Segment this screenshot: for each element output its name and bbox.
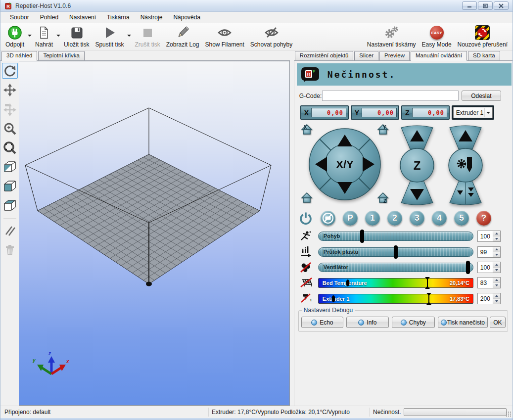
start-print-dropdown[interactable] bbox=[127, 31, 132, 41]
extruder-temp-slider[interactable]: Extruder 1 17,83°C bbox=[318, 294, 473, 304]
hide-travel-button[interactable]: Schovat pohyby bbox=[247, 24, 295, 50]
emergency-stop-button[interactable]: Nouzové přerušení bbox=[455, 24, 511, 50]
extruder-jog-control[interactable] bbox=[447, 124, 484, 206]
extruder-temp-target-marker[interactable] bbox=[428, 293, 429, 305]
preset-3-button[interactable]: 3 bbox=[410, 211, 424, 226]
tab-sd-karta[interactable]: SD karta bbox=[468, 51, 500, 60]
fan-slider-thumb[interactable] bbox=[466, 261, 470, 274]
home-y-icon: Y bbox=[376, 123, 389, 136]
viewport-3d[interactable]: y z x bbox=[19, 61, 290, 406]
save-print-button[interactable]: Uložit tisk bbox=[61, 24, 92, 50]
svg-text:Y: Y bbox=[383, 125, 386, 130]
status-divider bbox=[208, 408, 209, 417]
view-iso-button[interactable] bbox=[2, 159, 18, 175]
radio-icon bbox=[358, 320, 364, 326]
start-print-button[interactable]: Spustit tisk bbox=[92, 24, 127, 50]
gcode-input[interactable] bbox=[322, 91, 459, 101]
zoom-in-button[interactable] bbox=[2, 121, 18, 137]
speed-slider-thumb[interactable] bbox=[360, 230, 364, 243]
spinner[interactable] bbox=[493, 278, 500, 288]
disconnect-dropdown[interactable] bbox=[27, 31, 32, 41]
preset-4-button[interactable]: 4 bbox=[432, 211, 447, 226]
rotate-view-button[interactable] bbox=[2, 63, 18, 79]
svg-text:x: x bbox=[66, 359, 69, 364]
extruder-select[interactable]: Extruder 1 bbox=[453, 107, 493, 118]
minimize-button[interactable] bbox=[462, 1, 477, 10]
tab-teplotni-krivka[interactable]: Teplotní křivka bbox=[38, 51, 85, 60]
xy-jog-pad[interactable]: X/Y bbox=[308, 127, 382, 201]
fan-slider[interactable]: Ventilátor bbox=[318, 263, 473, 272]
menu-nastroje[interactable]: Nástroje bbox=[135, 12, 168, 22]
show-filament-button[interactable]: Show Filament bbox=[202, 24, 247, 50]
show-log-button[interactable]: Zobrazit Log bbox=[163, 24, 202, 50]
debug-dry-run-button[interactable]: Tisk nanečisto bbox=[438, 317, 488, 328]
spinner[interactable] bbox=[493, 293, 500, 304]
flow-slider-thumb[interactable] bbox=[394, 245, 398, 259]
menu-napoveda[interactable]: Nápověda bbox=[168, 12, 206, 22]
bed-temp-value-box[interactable]: 83 bbox=[477, 277, 501, 288]
window-title: Repetier-Host V1.0.6 bbox=[15, 2, 71, 9]
send-gcode-button[interactable]: Odeslat bbox=[462, 91, 501, 101]
power-button[interactable] bbox=[298, 211, 313, 226]
maximize-button[interactable] bbox=[478, 1, 493, 10]
resize-grip-icon[interactable] bbox=[506, 411, 512, 417]
debug-info-button[interactable]: Info bbox=[346, 317, 389, 328]
move-icon bbox=[3, 83, 17, 97]
menu-nastaveni[interactable]: Nastavení bbox=[64, 12, 101, 22]
svg-text:Z: Z bbox=[383, 198, 386, 204]
flow-slider[interactable]: Průtok plastu bbox=[318, 247, 473, 257]
tab-manualni-ovladani[interactable]: Manuální ovládání bbox=[411, 51, 467, 61]
fan-value-box[interactable]: 100 bbox=[477, 262, 501, 273]
flow-value-box[interactable]: 99 bbox=[477, 246, 501, 258]
menu-soubor[interactable]: Soubor bbox=[4, 12, 35, 22]
tab-rozmisteni-objektu[interactable]: Rozmístění objektů bbox=[295, 51, 353, 60]
park-button[interactable]: P bbox=[343, 211, 358, 226]
easy-mode-button[interactable]: EASY Easy Mode bbox=[419, 24, 455, 50]
pencil-icon bbox=[175, 25, 190, 40]
speed-slider[interactable]: Pohyb bbox=[318, 232, 473, 241]
tab-slicer[interactable]: Slicer bbox=[354, 51, 378, 60]
extruder-temp-value-box[interactable]: 200 bbox=[477, 293, 501, 304]
help-button[interactable]: ? bbox=[476, 211, 491, 226]
bed-temp-slider[interactable]: Bed Temperature 20,14°C bbox=[318, 278, 473, 288]
preset-2-button[interactable]: 2 bbox=[387, 211, 402, 226]
printer-settings-button[interactable]: Nastavení tiskárny bbox=[364, 24, 419, 50]
easy-mode-icon: EASY bbox=[430, 26, 444, 40]
disconnect-button[interactable]: Odpojit bbox=[2, 24, 27, 50]
home-all-button[interactable] bbox=[300, 191, 313, 204]
spinner[interactable] bbox=[493, 262, 500, 273]
debug-errors-button[interactable]: Chyby bbox=[392, 317, 435, 328]
menu-pohled[interactable]: Pohled bbox=[35, 12, 64, 22]
zoom-fit-button[interactable] bbox=[2, 140, 18, 156]
extruder-temp-thumb[interactable] bbox=[331, 295, 335, 302]
y-position-value: 0,00 bbox=[362, 108, 397, 117]
view-front-button[interactable] bbox=[2, 179, 18, 194]
home-x-button[interactable]: X bbox=[300, 123, 313, 136]
menu-tiskarna[interactable]: Tiskárna bbox=[101, 12, 135, 22]
debug-ok-button[interactable]: OK bbox=[490, 317, 506, 328]
home-z-button[interactable]: Z bbox=[376, 191, 389, 204]
preset-1-button[interactable]: 1 bbox=[365, 211, 380, 226]
load-dropdown[interactable] bbox=[56, 31, 61, 41]
home-y-button[interactable]: Y bbox=[376, 123, 389, 136]
close-button[interactable] bbox=[494, 1, 509, 10]
z-jog-control[interactable]: Z bbox=[398, 124, 436, 206]
bed-temp-target-marker[interactable] bbox=[427, 277, 428, 289]
spinner[interactable] bbox=[493, 231, 500, 241]
pane-splitter[interactable] bbox=[290, 50, 294, 406]
speed-value-box[interactable]: 100 bbox=[477, 231, 501, 242]
move-view-button[interactable] bbox=[2, 82, 18, 98]
tab-3d-nahled[interactable]: 3D náhled bbox=[1, 51, 37, 61]
preset-5-button[interactable]: 5 bbox=[454, 211, 469, 226]
hide-travel-label: Schovat pohyby bbox=[250, 41, 292, 48]
spinner[interactable] bbox=[493, 247, 500, 257]
tab-preview[interactable]: Preview bbox=[379, 51, 410, 60]
load-button[interactable]: Nahrát bbox=[32, 24, 56, 50]
bed-temp-thumb[interactable] bbox=[346, 280, 350, 286]
view-top-button[interactable] bbox=[2, 198, 18, 214]
motor-off-button[interactable] bbox=[321, 211, 335, 226]
debug-echo-button[interactable]: Echo bbox=[301, 317, 343, 328]
toolbar-divider bbox=[3, 218, 16, 219]
parallel-projection-button[interactable] bbox=[2, 223, 18, 238]
left-tabstrip: 3D náhled Teplotní křivka bbox=[0, 50, 290, 60]
